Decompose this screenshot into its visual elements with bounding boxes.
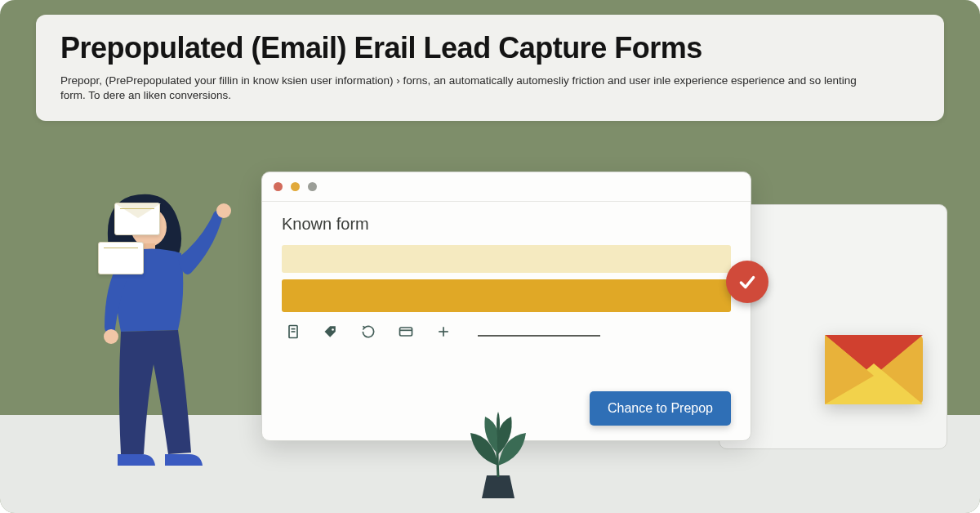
window-maximize-dot[interactable] xyxy=(308,182,317,191)
blank-input-line[interactable] xyxy=(478,335,600,337)
svg-point-15 xyxy=(104,329,118,344)
form-area: Known form xyxy=(262,202,751,355)
refresh-icon[interactable] xyxy=(360,323,376,340)
browser-window: Known form xyxy=(261,172,751,441)
window-minimize-dot[interactable] xyxy=(291,182,300,191)
plant-decoration xyxy=(457,408,539,506)
svg-rect-4 xyxy=(400,328,412,336)
form-field-2[interactable] xyxy=(282,279,731,312)
page-title: Prepopulated (Email) Erail Lead Capture … xyxy=(60,31,920,65)
cta-wrap: Chance to Prepop xyxy=(590,391,731,426)
success-check-badge xyxy=(726,261,768,303)
window-titlebar xyxy=(262,172,751,202)
plus-icon[interactable] xyxy=(435,323,452,340)
hero-illustration: Prepopulated (Email) Erail Lead Capture … xyxy=(0,0,980,513)
form-toolbar xyxy=(282,323,731,340)
mini-envelope-icon xyxy=(114,203,160,235)
form-field-1[interactable] xyxy=(282,245,731,273)
mini-envelope-icon xyxy=(98,242,144,274)
card-icon[interactable] xyxy=(398,323,414,340)
header-card: Prepopulated (Email) Erail Lead Capture … xyxy=(36,15,944,121)
page-subtitle: Prepopr, (PrePrepopulated your fillin in… xyxy=(60,74,877,103)
mail-envelope-icon xyxy=(825,327,923,404)
form-title: Known form xyxy=(282,215,731,234)
tag-icon[interactable] xyxy=(323,323,339,340)
window-close-dot[interactable] xyxy=(274,182,283,191)
svg-point-14 xyxy=(216,203,231,218)
document-icon[interactable] xyxy=(285,323,301,340)
cta-button[interactable]: Chance to Prepop xyxy=(590,391,731,426)
svg-point-3 xyxy=(332,328,334,331)
